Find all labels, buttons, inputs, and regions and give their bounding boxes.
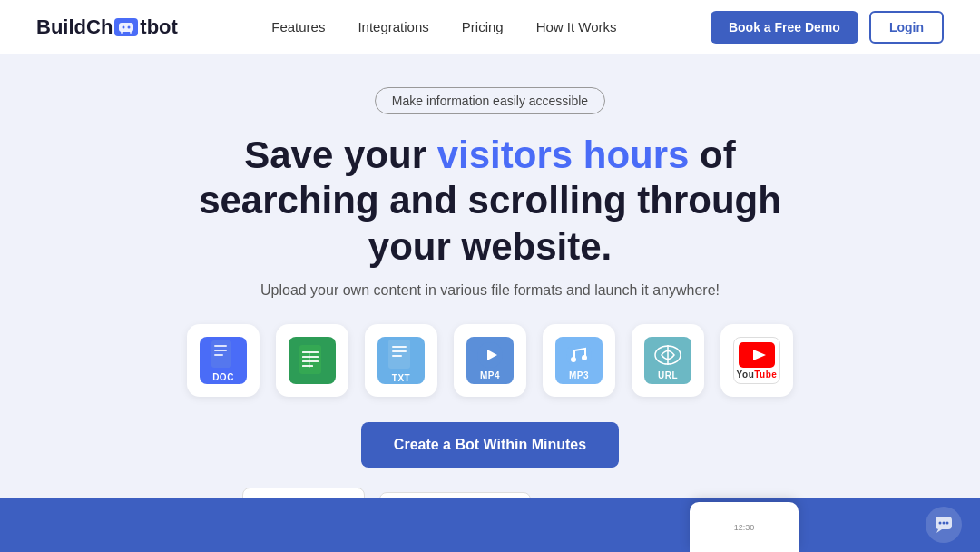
svg-point-1 — [122, 25, 125, 28]
svg-rect-13 — [302, 365, 313, 367]
svg-rect-9 — [299, 345, 321, 374]
svg-point-31 — [939, 522, 942, 525]
svg-rect-12 — [302, 360, 318, 362]
svg-point-32 — [943, 522, 946, 525]
phone-preview: 12:30 — [690, 502, 799, 552]
file-icon-mp4: MP4 — [454, 324, 526, 397]
hero-title-accent: visitors hours — [437, 133, 690, 176]
svg-rect-8 — [214, 354, 223, 356]
svg-rect-17 — [392, 350, 407, 352]
logo-text-end: tbot — [140, 15, 178, 39]
sheets-icon — [289, 337, 336, 384]
file-icon-mp3: MP3 — [543, 324, 615, 397]
book-demo-button[interactable]: Book a Free Demo — [710, 11, 858, 44]
phone-status: 12:30 — [734, 523, 755, 532]
file-icon-doc: DOC — [187, 324, 260, 397]
svg-point-33 — [946, 522, 949, 525]
bottom-section: 12:30 — [0, 498, 980, 552]
hero-title: Save your visitors hours of searching an… — [172, 133, 808, 270]
create-bot-button[interactable]: Create a Bot Within Minutes — [361, 422, 619, 468]
chat-widget-icon[interactable] — [926, 507, 962, 543]
file-icon-sheets — [276, 324, 348, 397]
nav-links: Features Integrations Pricing How It Wor… — [271, 19, 616, 34]
login-button[interactable]: Login — [869, 11, 944, 44]
svg-point-22 — [571, 357, 576, 362]
file-icon-youtube: YouTube — [720, 324, 793, 397]
svg-rect-15 — [388, 340, 410, 369]
hero-badge: Make information easily accessible — [375, 87, 605, 114]
hero-section: Make information easily accessible Save … — [0, 54, 980, 552]
file-icon-url: URL — [632, 324, 704, 397]
svg-rect-0 — [119, 23, 133, 32]
svg-rect-6 — [214, 345, 227, 347]
hero-title-start: Save your — [244, 133, 436, 176]
svg-point-21 — [566, 342, 592, 368]
svg-rect-10 — [302, 351, 318, 353]
logo: BuildCh tbot — [36, 15, 178, 39]
svg-rect-3 — [121, 31, 122, 34]
nav-actions: Book a Free Demo Login — [710, 11, 944, 44]
svg-marker-30 — [936, 529, 942, 533]
nav-pricing[interactable]: Pricing — [462, 19, 504, 34]
svg-rect-11 — [302, 356, 318, 358]
file-icon-txt: TXT — [365, 324, 437, 397]
logo-icon — [114, 18, 138, 36]
navbar: BuildCh tbot Features Integrations Prici… — [0, 0, 980, 54]
svg-point-2 — [128, 25, 131, 28]
nav-how-it-works[interactable]: How It Works — [536, 19, 617, 34]
svg-point-23 — [582, 355, 587, 360]
nav-features[interactable]: Features — [271, 19, 325, 34]
nav-integrations[interactable]: Integrations — [358, 19, 428, 34]
svg-rect-4 — [130, 31, 132, 34]
svg-rect-16 — [392, 346, 407, 348]
url-icon: URL — [644, 337, 691, 384]
file-icons-row: DOC — [187, 324, 793, 397]
hero-subtitle: Upload your own content in various file … — [260, 282, 720, 299]
svg-rect-18 — [392, 355, 402, 357]
doc-icon: DOC — [200, 337, 247, 384]
txt-icon: TXT — [377, 337, 425, 384]
youtube-icon: YouTube — [733, 337, 780, 384]
mp4-icon: MP4 — [466, 337, 514, 384]
logo-text-start: BuildCh — [36, 15, 113, 39]
svg-rect-7 — [214, 350, 227, 351]
mp3-icon: MP3 — [555, 337, 603, 384]
